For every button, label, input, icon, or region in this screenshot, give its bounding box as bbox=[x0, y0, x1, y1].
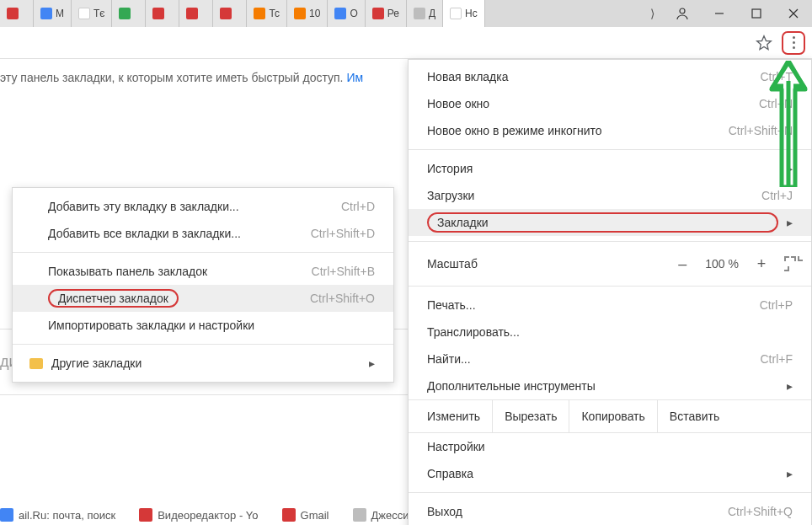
menu-separator bbox=[409, 149, 811, 150]
menu-label: Печать... bbox=[427, 298, 760, 312]
edit-copy-button[interactable]: Копировать bbox=[569, 400, 656, 432]
bookmark-shortcut[interactable]: Видеоредактор - Yo bbox=[139, 508, 258, 522]
menu-label: Настройки bbox=[427, 440, 793, 453]
menu-label: Справка bbox=[427, 467, 778, 480]
submenu-label: Диспетчер закладок bbox=[48, 289, 310, 308]
submenu-item[interactable]: Импортировать закладки и настройки bbox=[13, 312, 393, 339]
svg-point-0 bbox=[680, 8, 685, 13]
browser-tab[interactable] bbox=[0, 0, 34, 27]
svg-marker-5 bbox=[757, 35, 772, 49]
folder-icon bbox=[29, 358, 43, 369]
submenu-item[interactable]: Диспетчер закладокCtrl+Shift+O bbox=[13, 285, 393, 312]
menu-item[interactable]: ЗагрузкиCtrl+J bbox=[409, 182, 811, 209]
favicon bbox=[0, 508, 13, 522]
menu-separator bbox=[13, 252, 393, 253]
menu-label: Транслировать... bbox=[427, 325, 793, 339]
menu-label: Новое окно bbox=[427, 97, 759, 110]
tab-label: Тє bbox=[93, 8, 104, 19]
favicon bbox=[139, 508, 152, 522]
submenu-arrow-icon: ▸ bbox=[787, 467, 793, 480]
browser-tab[interactable]: Тс bbox=[247, 0, 287, 27]
shortcut-label: Ctrl+N bbox=[759, 97, 793, 110]
bookmark-star-button[interactable] bbox=[755, 34, 773, 52]
close-button[interactable] bbox=[775, 0, 812, 27]
menu-item[interactable]: Транслировать... bbox=[409, 319, 811, 346]
menu-item[interactable]: Печать...Ctrl+P bbox=[409, 292, 811, 319]
tab-label: Ре bbox=[387, 8, 399, 19]
fullscreen-button[interactable] bbox=[784, 256, 803, 271]
submenu-arrow-icon: ▸ bbox=[787, 162, 793, 175]
browser-tab[interactable] bbox=[112, 0, 146, 27]
zoom-row: Масштаб–100 %+ bbox=[409, 247, 811, 281]
hint-text: эту панель закладки, к которым хотите им… bbox=[0, 71, 346, 84]
zoom-label: Масштаб bbox=[427, 257, 671, 271]
menu-separator bbox=[409, 492, 811, 493]
submenu-item[interactable]: Добавить все вкладки в закладки...Ctrl+S… bbox=[13, 220, 393, 247]
shortcut-label: Ctrl+T bbox=[761, 70, 793, 83]
tab-label: M bbox=[56, 8, 64, 19]
shortcut-label: Видеоредактор - Yo bbox=[158, 509, 258, 522]
more-menu-button[interactable] bbox=[782, 31, 805, 55]
tab-label: 10 bbox=[309, 8, 320, 19]
edit-row: ИзменитьВырезатьКопироватьВставить bbox=[409, 399, 811, 433]
submenu-item[interactable]: Показывать панель закладокCtrl+Shift+B bbox=[13, 258, 393, 285]
browser-tab[interactable]: Тє bbox=[72, 0, 112, 27]
menu-item[interactable]: Новое окно в режиме инкогнитоCtrl+Shift+… bbox=[409, 117, 811, 144]
menu-item[interactable]: Дополнительные инструменты▸ bbox=[409, 372, 811, 399]
submenu-arrow-icon: ▸ bbox=[787, 379, 793, 393]
menu-item[interactable]: ВыходCtrl+Shift+Q bbox=[409, 498, 811, 525]
browser-tab[interactable] bbox=[213, 0, 247, 27]
zoom-in-button[interactable]: + bbox=[751, 255, 772, 273]
menu-item[interactable]: Найти...Ctrl+F bbox=[409, 346, 811, 372]
submenu-label: Добавить все вкладки в закладки... bbox=[48, 227, 311, 240]
menu-label: Загрузки bbox=[427, 189, 761, 202]
browser-tab[interactable]: Ре bbox=[366, 0, 407, 27]
account-icon[interactable] bbox=[664, 0, 701, 27]
menu-item[interactable]: Новое окноCtrl+N bbox=[409, 90, 811, 117]
browser-tab[interactable] bbox=[179, 0, 213, 27]
submenu-arrow-icon: ▸ bbox=[787, 216, 793, 229]
minimize-button[interactable] bbox=[701, 0, 738, 27]
shortcut-label: Gmail bbox=[301, 509, 329, 522]
browser-tab[interactable] bbox=[146, 0, 179, 27]
edit-paste-button[interactable]: Вставить bbox=[658, 400, 731, 432]
zoom-out-button[interactable]: – bbox=[671, 255, 693, 273]
shortcut-label: Ctrl+Shift+D bbox=[311, 227, 375, 240]
hint-link[interactable]: Им bbox=[346, 71, 363, 84]
browser-tab[interactable]: 10 bbox=[287, 0, 328, 27]
folder-item[interactable]: Другие закладки▸ bbox=[13, 350, 393, 377]
favicon bbox=[334, 8, 346, 19]
browser-tab[interactable]: Нс bbox=[443, 0, 485, 27]
menu-item[interactable]: История▸ bbox=[409, 155, 811, 182]
window-controls bbox=[664, 0, 812, 27]
favicon bbox=[220, 8, 232, 19]
menu-item[interactable]: Настройки bbox=[409, 433, 811, 460]
submenu-label: Добавить эту вкладку в закладки... bbox=[48, 200, 341, 213]
browser-tab[interactable]: M bbox=[34, 0, 72, 27]
tab-label: О bbox=[350, 8, 357, 19]
menu-item[interactable]: Закладки▸ bbox=[409, 209, 811, 236]
shortcut-label: Ctrl+Shift+B bbox=[312, 265, 375, 278]
bookmark-shortcut[interactable]: ail.Ru: почта, поиск bbox=[0, 508, 115, 522]
more-icon bbox=[793, 36, 795, 49]
menu-label: Закладки bbox=[427, 212, 778, 233]
tab-label: Нс bbox=[465, 8, 478, 19]
menu-item[interactable]: Справка▸ bbox=[409, 460, 811, 487]
favicon bbox=[414, 8, 425, 19]
browser-tab[interactable]: Д bbox=[407, 0, 443, 27]
submenu-label: Импортировать закладки и настройки bbox=[48, 319, 375, 332]
svg-rect-2 bbox=[752, 9, 761, 18]
submenu-arrow-icon: ▸ bbox=[369, 356, 375, 370]
edit-cut-button[interactable]: Вырезать bbox=[493, 400, 569, 432]
submenu-item[interactable]: Добавить эту вкладку в закладки...Ctrl+D bbox=[13, 193, 393, 220]
shortcut-label: Ctrl+D bbox=[341, 200, 375, 213]
menu-item[interactable]: Новая вкладкаCtrl+T bbox=[409, 63, 811, 90]
favicon bbox=[78, 8, 90, 19]
menu-label: История bbox=[427, 162, 778, 175]
menu-separator bbox=[13, 344, 393, 345]
bookmark-shortcut[interactable]: Gmail bbox=[282, 508, 329, 522]
new-tab-button[interactable]: ⟩ bbox=[640, 0, 664, 27]
favicon bbox=[294, 8, 306, 19]
maximize-button[interactable] bbox=[738, 0, 775, 27]
browser-tab[interactable]: О bbox=[328, 0, 365, 27]
